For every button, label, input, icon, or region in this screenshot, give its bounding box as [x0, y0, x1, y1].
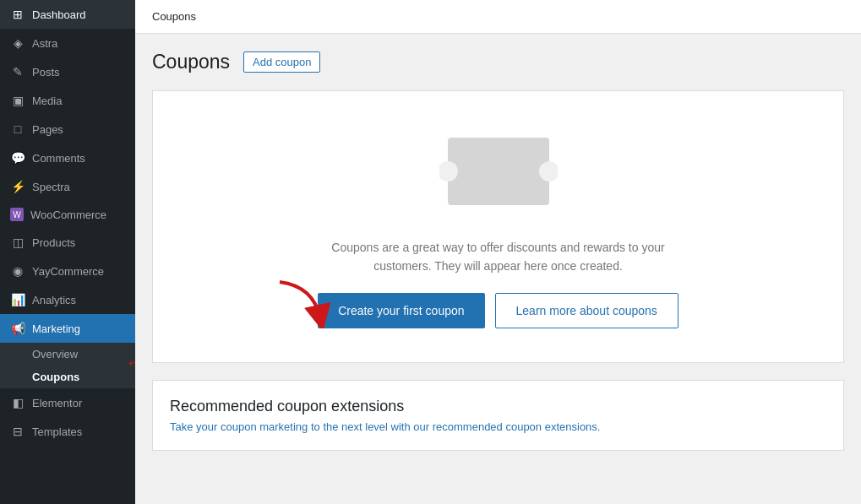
- elementor-icon: ◧: [10, 395, 25, 410]
- recommended-section: Recommended coupon extensions Take your …: [152, 380, 844, 451]
- products-icon: ◫: [10, 235, 25, 250]
- media-icon: ▣: [10, 93, 25, 108]
- sidebar-item-label: Posts: [32, 66, 60, 79]
- yaycommerce-icon: ◉: [10, 263, 25, 279]
- submenu-overview-label: Overview: [32, 348, 78, 360]
- page-header: Coupons Add coupon: [152, 51, 844, 73]
- sidebar-item-label: Elementor: [32, 397, 82, 409]
- sidebar-item-label: Comments: [32, 152, 85, 165]
- recommended-title: Recommended coupon extensions: [170, 398, 826, 415]
- sidebar-item-templates[interactable]: ⊟ Templates: [0, 417, 135, 446]
- sidebar-item-label: Astra: [32, 37, 57, 50]
- analytics-icon: 📊: [10, 292, 25, 307]
- sidebar-item-label: Media: [32, 95, 62, 107]
- sidebar-item-label: Templates: [32, 425, 82, 438]
- sidebar-item-label: Marketing: [32, 322, 80, 335]
- submenu-item-coupons[interactable]: Coupons: [0, 366, 135, 388]
- sidebar-item-spectra[interactable]: ⚡ Spectra: [0, 172, 135, 201]
- sidebar-item-yaycommerce[interactable]: ◉ YayCommerce: [0, 257, 135, 285]
- sidebar-item-label: Pages: [32, 123, 63, 136]
- add-coupon-button[interactable]: Add coupon: [243, 51, 320, 73]
- sidebar-item-label: Dashboard: [32, 8, 86, 21]
- dashboard-icon: ⊞: [10, 7, 25, 22]
- empty-state-actions: Create your first coupon Learn more abou…: [318, 293, 678, 328]
- sidebar-item-label: Products: [32, 236, 75, 249]
- sidebar-item-comments[interactable]: 💬 Comments: [0, 144, 135, 172]
- learn-more-button[interactable]: Learn more about coupons: [495, 293, 678, 328]
- svg-rect-0: [448, 138, 549, 205]
- topbar-title: Coupons: [152, 10, 196, 23]
- templates-icon: ⊟: [10, 424, 25, 439]
- sidebar-item-pages[interactable]: □ Pages: [0, 115, 135, 144]
- main-area: Coupons Coupons Add coupon Coupons are a…: [135, 0, 861, 504]
- marketing-icon: 📢: [10, 321, 25, 336]
- woocommerce-icon: W: [10, 208, 24, 221]
- sidebar: ⊞ Dashboard ◈ Astra ✎ Posts ▣ Media □ Pa…: [0, 0, 135, 504]
- content-area: Coupons Add coupon Coupons are a great w…: [135, 34, 861, 504]
- recommended-subtitle: Take your coupon marketing to the next l…: [170, 420, 826, 433]
- posts-icon: ✎: [10, 64, 25, 79]
- coupon-icon: [439, 125, 558, 221]
- submenu-coupons-label: Coupons: [32, 371, 79, 383]
- page-title: Coupons: [152, 51, 230, 73]
- sidebar-item-woocommerce[interactable]: W WooCommerce: [0, 201, 135, 228]
- sidebar-item-label: YayCommerce: [32, 265, 104, 278]
- marketing-submenu: Overview → Coupons: [0, 343, 135, 388]
- empty-state-description: Coupons are a great way to offer discoun…: [330, 238, 668, 276]
- submenu-item-overview[interactable]: Overview →: [0, 343, 135, 366]
- empty-state-panel: Coupons are a great way to offer discoun…: [152, 90, 844, 363]
- sidebar-item-label: Analytics: [32, 294, 76, 306]
- astra-icon: ◈: [10, 35, 25, 51]
- sidebar-item-dashboard[interactable]: ⊞ Dashboard: [0, 0, 135, 29]
- red-arrow-container: [271, 278, 330, 332]
- create-first-coupon-button[interactable]: Create your first coupon: [318, 293, 484, 328]
- topbar: Coupons: [135, 0, 861, 34]
- sidebar-item-label: WooCommerce: [30, 209, 106, 221]
- sidebar-item-astra[interactable]: ◈ Astra: [0, 29, 135, 57]
- sidebar-item-products[interactable]: ◫ Products: [0, 228, 135, 257]
- sidebar-item-media[interactable]: ▣ Media: [0, 86, 135, 115]
- pages-icon: □: [10, 122, 25, 137]
- sidebar-item-analytics[interactable]: 📊 Analytics: [0, 285, 135, 314]
- sidebar-item-label: Spectra: [32, 181, 70, 193]
- sidebar-item-marketing[interactable]: 📢 Marketing: [0, 314, 135, 343]
- sidebar-item-posts[interactable]: ✎ Posts: [0, 57, 135, 86]
- spectra-icon: ⚡: [10, 179, 25, 194]
- sidebar-item-elementor[interactable]: ◧ Elementor: [0, 388, 135, 417]
- comments-icon: 💬: [10, 150, 25, 165]
